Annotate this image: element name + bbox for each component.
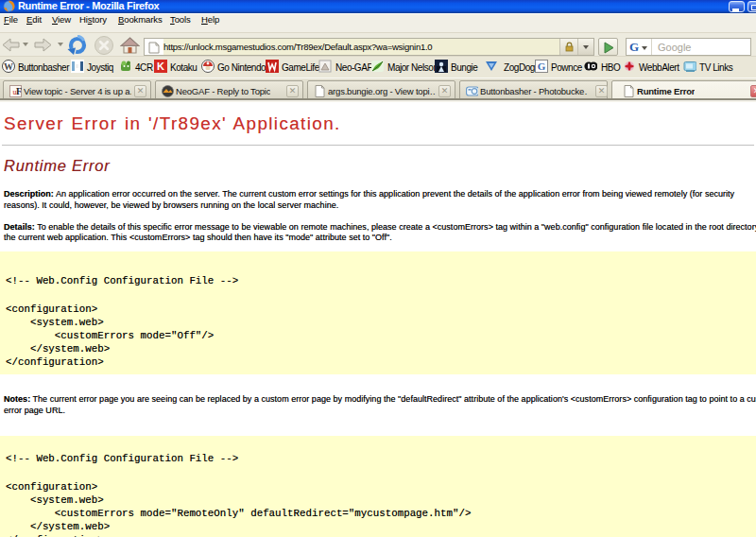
svg-text:W: W — [4, 61, 13, 72]
svg-text:K: K — [157, 61, 164, 72]
svg-text:F: F — [16, 86, 22, 96]
svg-text:G: G — [538, 61, 546, 72]
